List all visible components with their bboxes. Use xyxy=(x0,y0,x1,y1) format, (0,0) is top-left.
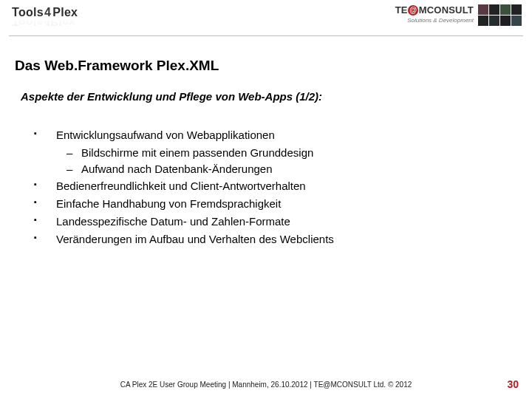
list-item: Bedienerfreundlichkeit und Client-Antwor… xyxy=(34,178,502,194)
list-item-text: Bildschirme mit einem passenden Grunddes… xyxy=(81,146,313,159)
logo-part-te: TE xyxy=(395,4,408,16)
slide-subtitle: Aspekte der Entwicklung und Pflege von W… xyxy=(21,90,322,103)
logo-part-mconsult: MCONSULT xyxy=(419,4,474,16)
logo-mosaic-icon xyxy=(478,4,522,26)
list-item-text: Bedienerfreundlichkeit und Client-Antwor… xyxy=(56,180,306,192)
slide-title: Das Web.Framework Plex.XML xyxy=(15,58,219,74)
list-item: Bildschirme mit einem passenden Grunddes… xyxy=(56,145,502,161)
slide: Tools 4 Plex Tools 4 Plex TE@MCONSULT So… xyxy=(0,0,532,399)
slide-footer: CA Plex 2E User Group Meeting | Mannheim… xyxy=(0,381,532,389)
list-item-text: Entwicklungsaufwand von Webapplikationen xyxy=(56,129,275,141)
logo-teamconsult-main: TE@MCONSULT xyxy=(395,4,474,16)
slide-body: Entwicklungsaufwand von Webapplikationen… xyxy=(34,127,502,248)
list-item-text: Veränderungen im Aufbau und Verhalten de… xyxy=(56,233,334,245)
page-number: 30 xyxy=(507,378,519,390)
list-item-text: Aufwand nach Datenbank-Änderungen xyxy=(81,163,273,175)
logo-teamconsult-text: TE@MCONSULT Solutions & Development xyxy=(395,4,474,24)
logo-tools4plex-reflection: Tools 4 Plex xyxy=(12,18,78,27)
list-item-text: Einfache Handhabung von Fremdsprachigkei… xyxy=(56,197,281,210)
sub-bullet-list: Bildschirme mit einem passenden Grunddes… xyxy=(56,145,502,177)
list-item-text: Landesspezifische Datum- und Zahlen-Form… xyxy=(56,215,290,228)
list-item: Aufwand nach Datenbank-Änderungen xyxy=(56,161,502,177)
logo-tools4plex: Tools 4 Plex Tools 4 Plex xyxy=(12,6,78,31)
logo-teamconsult-sub: Solutions & Development xyxy=(407,17,474,24)
header-divider xyxy=(9,35,523,36)
bullet-list: Entwicklungsaufwand von Webapplikationen… xyxy=(34,127,502,247)
list-item: Landesspezifische Datum- und Zahlen-Form… xyxy=(34,214,502,230)
list-item: Einfache Handhabung von Fremdsprachigkei… xyxy=(34,196,502,212)
list-item: Veränderungen im Aufbau und Verhalten de… xyxy=(34,231,502,248)
logo-teamconsult: TE@MCONSULT Solutions & Development xyxy=(395,4,522,26)
at-icon: @ xyxy=(408,5,418,16)
list-item: Entwicklungsaufwand von Webapplikationen… xyxy=(34,127,502,177)
